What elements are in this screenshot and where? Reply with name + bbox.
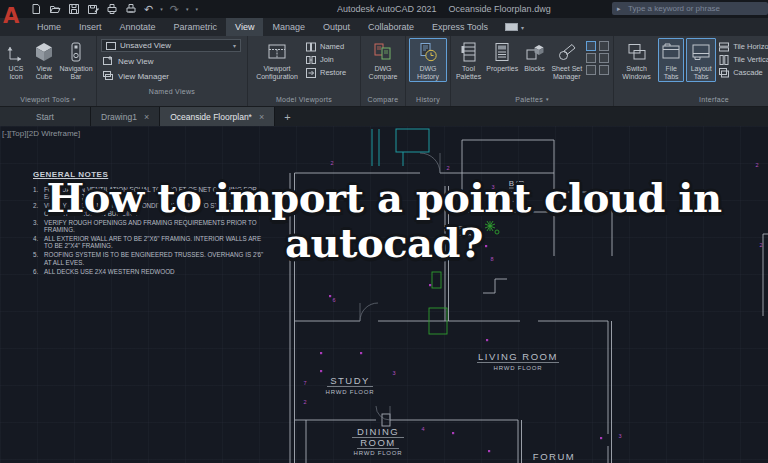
sheet-set-manager-icon [555, 40, 579, 64]
tab-home[interactable]: Home [28, 18, 70, 36]
properties-button[interactable]: Properties [485, 38, 519, 74]
palette-mini-button-2[interactable] [599, 41, 609, 51]
blocks-button[interactable]: Blocks [522, 38, 548, 74]
tab-manage[interactable]: Manage [263, 18, 314, 36]
label-text: Properties [486, 65, 518, 73]
dwg-history-button[interactable]: DWG History [409, 38, 447, 82]
tab-insert[interactable]: Insert [70, 18, 111, 36]
panel-label-interface: Interface [614, 93, 768, 106]
svg-text:3: 3 [392, 370, 395, 376]
label-text: Model Viewports [276, 93, 332, 106]
ucs-icon-button[interactable]: UCS Icon [3, 38, 29, 82]
undo-caret-icon[interactable]: ▾ [160, 3, 163, 15]
file-tabs-button[interactable]: File Tabs [658, 38, 684, 82]
view-cube-button[interactable]: View Cube [31, 38, 57, 82]
navigation-bar-button[interactable]: Navigation Bar [59, 38, 93, 82]
search-arrow-icon: ▸ [617, 2, 621, 15]
new-file-icon[interactable] [30, 3, 42, 15]
switch-windows-button[interactable]: Switch Windows [617, 38, 656, 82]
view-combo-box[interactable]: Unsaved View ▾ [101, 39, 241, 52]
new-tab-button[interactable]: + [275, 107, 299, 126]
label-text: File Tabs [659, 65, 683, 81]
label-text: View Cube [32, 65, 56, 81]
switch-windows-icon [625, 40, 649, 64]
ribbon-display-toggle[interactable]: ▾ [505, 18, 524, 36]
view-manager-icon [102, 70, 114, 82]
autocad-logo-icon[interactable]: A [3, 1, 25, 33]
close-icon[interactable]: × [144, 112, 149, 122]
save-as-icon[interactable] [87, 3, 99, 15]
tile-vertically-button[interactable]: Tile Vertically [718, 54, 768, 65]
label-text: Tool Palettes [455, 65, 482, 81]
new-view-button[interactable]: New View [101, 55, 241, 67]
view-manager-button[interactable]: View Manager [101, 70, 241, 82]
label-text: Sheet Set Manager [551, 65, 583, 81]
palette-mini-button-3[interactable] [586, 53, 596, 63]
tool-palettes-button[interactable]: Tool Palettes [454, 38, 483, 82]
room-sublabel: HRWD FLOOR [326, 389, 375, 395]
label-text: Interface [699, 93, 729, 106]
panel-label-viewport-tools[interactable]: Viewport Tools ▾ [0, 93, 96, 106]
palette-mini-button-4[interactable] [599, 53, 609, 63]
print-icon[interactable] [125, 3, 137, 15]
room-sublabel: HRWD FLOOR [494, 365, 543, 371]
join-viewport-button[interactable]: Join [305, 54, 346, 65]
file-tab-start[interactable]: Start [0, 107, 91, 126]
tile-horizontally-button[interactable]: Tile Horizontally [718, 41, 768, 52]
label-text: DWG Compare [365, 65, 401, 81]
label-text: Compare [368, 93, 399, 106]
open-folder-icon[interactable] [49, 3, 61, 15]
label-text: Start [36, 112, 54, 122]
restore-viewport-button[interactable]: Restore [305, 67, 346, 78]
viewport-controls[interactable]: [-][Top][2D Wireframe] [2, 129, 80, 138]
undo-icon[interactable]: ↶ [144, 3, 153, 15]
room-label-dining: DINING [357, 426, 399, 437]
tab-annotate[interactable]: Annotate [111, 18, 165, 36]
toolbar-more-caret-icon[interactable]: ▾ [195, 3, 198, 15]
layout-tabs-button[interactable]: Layout Tabs [686, 38, 716, 82]
dwg-compare-icon [371, 40, 395, 64]
panel-model-viewports: Viewport Configuration Named Join Restor… [248, 36, 361, 106]
redo-caret-icon[interactable]: ▾ [186, 3, 189, 15]
tab-view[interactable]: View [226, 18, 263, 36]
tile-vertically-icon [718, 54, 730, 66]
label-text: Named [320, 42, 344, 51]
tab-collaborate[interactable]: Collaborate [359, 18, 423, 36]
search-input[interactable]: ▸ Type a keyword or phrase [612, 2, 768, 15]
plot-icon[interactable] [106, 3, 118, 15]
tab-parametric[interactable]: Parametric [165, 18, 227, 36]
label-text: Cascade [733, 68, 763, 77]
drawing-canvas[interactable]: [-][Top][2D Wireframe] GENERAL NOTES 1.F… [0, 126, 768, 463]
panel-compare: DWG Compare Compare [361, 36, 406, 106]
label-text: Restore [320, 68, 346, 77]
tab-output[interactable]: Output [314, 18, 359, 36]
svg-text:4: 4 [421, 426, 424, 432]
sheet-set-manager-button[interactable]: Sheet Set Manager [550, 38, 584, 82]
label-text: Switch Windows [618, 65, 655, 81]
close-icon[interactable]: × [259, 112, 264, 122]
cascade-button[interactable]: Cascade [718, 67, 768, 78]
caret-down-icon: ▾ [233, 42, 236, 49]
palette-mini-button-1[interactable] [586, 41, 596, 51]
file-tab-oceanside[interactable]: Oceanside Floorplan* × [160, 107, 275, 126]
viewport-configuration-icon [265, 40, 289, 64]
viewport-configuration-button[interactable]: Viewport Configuration [251, 38, 303, 82]
palette-mini-button-6[interactable] [599, 65, 609, 75]
overlay-headline: How to import a point cloud in autocad? [0, 176, 768, 266]
label-text: UCS Icon [4, 65, 28, 81]
palette-mini-button-5[interactable] [586, 65, 596, 75]
label-text: New View [118, 57, 153, 66]
tab-express-tools[interactable]: Express Tools [423, 18, 497, 36]
panel-label-compare: Compare [361, 93, 405, 106]
label-text: DWG History [410, 65, 446, 81]
headline-line-2: autocad? [0, 221, 768, 266]
file-tab-drawing1[interactable]: Drawing1 × [91, 107, 160, 126]
panel-interface: Switch Windows File Tabs Layout Tabs Til… [614, 36, 768, 106]
save-icon[interactable] [68, 3, 80, 15]
named-viewport-button[interactable]: Named [305, 41, 346, 52]
tool-palettes-icon [457, 40, 481, 64]
redo-icon[interactable]: ↷ [170, 3, 179, 15]
label-text: Oceanside Floorplan* [170, 112, 252, 122]
dwg-compare-button[interactable]: DWG Compare [364, 38, 402, 82]
panel-label-palettes[interactable]: Palettes ▾ [451, 93, 613, 106]
